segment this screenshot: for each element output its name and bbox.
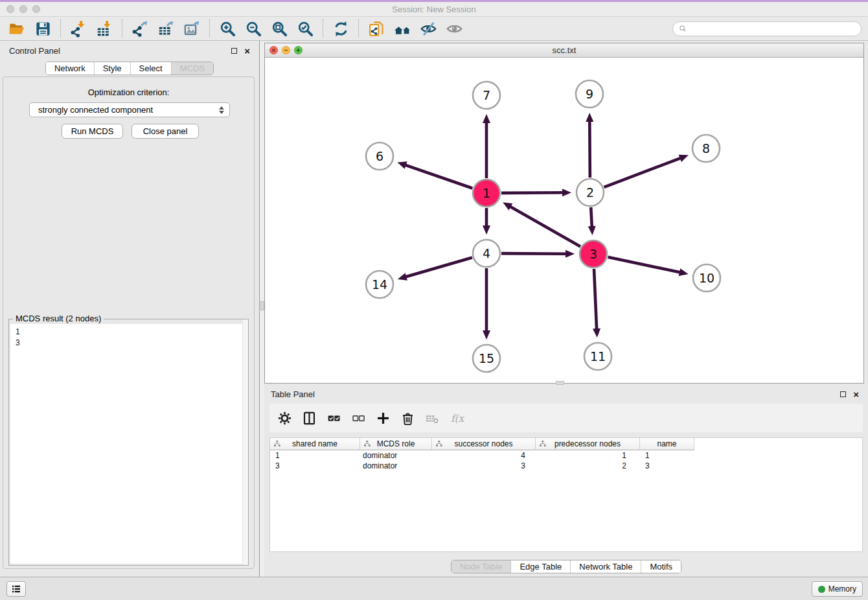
toolbar-separator	[358, 19, 359, 38]
table-cell[interactable]: dominator	[360, 450, 432, 461]
column-header-successor-nodes[interactable]: successor nodes	[432, 438, 536, 450]
graph-node-9[interactable]: 9	[576, 80, 603, 108]
edge-1-7[interactable]	[483, 114, 490, 178]
run-mcds-button[interactable]: Run MCDS	[62, 124, 123, 139]
mcds-result-list[interactable]: 13	[10, 324, 247, 564]
import-network-button[interactable]	[65, 18, 91, 39]
table-cell[interactable]: 1	[536, 450, 640, 461]
tab-network[interactable]: Network	[46, 62, 94, 75]
graph-node-3[interactable]: 3	[580, 240, 607, 268]
table-row[interactable]: 3dominator323	[270, 461, 862, 471]
search-input[interactable]	[690, 24, 856, 34]
tab-motifs[interactable]: Motifs	[641, 560, 681, 573]
table-cell[interactable]: 3	[640, 461, 694, 471]
zoom-in-button[interactable]	[214, 18, 240, 39]
graph-node-2[interactable]: 2	[577, 179, 604, 206]
save-session-button[interactable]	[30, 18, 56, 39]
unselect-all-button[interactable]	[346, 406, 371, 430]
graph-node-4[interactable]: 4	[473, 240, 500, 267]
edge-3-11[interactable]	[593, 269, 600, 338]
table-cell[interactable]: 3	[432, 461, 536, 471]
tab-network-table[interactable]: Network Table	[570, 560, 641, 573]
graph-node-7[interactable]: 7	[473, 82, 500, 109]
export-image-button[interactable]	[179, 18, 205, 39]
tab-select[interactable]: Select	[130, 62, 171, 75]
close-table-panel-icon[interactable]: ×	[853, 389, 859, 399]
edge-4-14[interactable]	[398, 257, 472, 280]
node-label: 11	[590, 349, 606, 363]
table-cell[interactable]: 3	[270, 461, 360, 471]
edge-4-3[interactable]	[501, 250, 575, 258]
table-cell[interactable]: 1	[640, 450, 694, 461]
table-cell[interactable]: dominator	[360, 461, 432, 471]
edge-1-4[interactable]	[483, 208, 490, 235]
edge-1-6[interactable]	[397, 161, 472, 188]
column-header-label: name	[657, 439, 676, 448]
open-session-button[interactable]	[4, 18, 30, 39]
refresh-layout-button[interactable]	[328, 18, 354, 39]
edge-2-3[interactable]	[588, 207, 596, 235]
edge-3-10[interactable]	[608, 257, 689, 276]
close-panel-button[interactable]: Close panel	[131, 124, 199, 139]
first-neighbors-button[interactable]	[389, 18, 415, 39]
export-table-button[interactable]	[153, 18, 179, 39]
graph-node-10[interactable]: 10	[693, 264, 720, 292]
edge-2-8[interactable]	[604, 155, 689, 187]
criterion-dropdown[interactable]: strongly connected component	[29, 102, 230, 117]
graph-node-15[interactable]: 15	[473, 345, 500, 372]
create-column-button[interactable]	[371, 406, 395, 430]
table-row[interactable]: 1dominator411	[270, 450, 862, 461]
hide-selected-button[interactable]	[415, 18, 441, 39]
column-header-label: successor nodes	[454, 439, 512, 448]
network-canvas[interactable]: 7968124314101511	[265, 58, 863, 383]
memory-button[interactable]: Memory	[812, 581, 863, 597]
graph-node-1[interactable]: 1	[473, 179, 500, 207]
horizontal-splitter-handle[interactable]	[556, 381, 564, 385]
table-cell[interactable]: 1	[270, 450, 360, 461]
result-scrollbar[interactable]	[242, 319, 248, 565]
graph-node-14[interactable]: 14	[366, 271, 393, 298]
network-window-titlebar[interactable]: scc.txt	[265, 43, 863, 58]
float-table-panel-icon[interactable]	[840, 391, 846, 397]
close-panel-icon[interactable]: ×	[244, 46, 250, 56]
graph-node-11[interactable]: 11	[584, 343, 611, 370]
delete-columns-button[interactable]	[395, 406, 420, 430]
export-network-button[interactable]	[127, 18, 153, 39]
tab-mcds[interactable]: MCDS	[171, 62, 213, 75]
table-header-row: shared nameMCDS rolesuccessor nodesprede…	[270, 438, 862, 450]
arrowhead-icon	[398, 273, 407, 281]
toolbar-separator	[122, 19, 122, 38]
float-panel-icon[interactable]	[231, 48, 237, 54]
import-table-button[interactable]	[91, 18, 117, 39]
delete-table-button	[420, 406, 444, 430]
graph-node-6[interactable]: 6	[366, 143, 393, 170]
export-table-icon	[157, 20, 175, 38]
column-header-mcds-role[interactable]: MCDS role	[360, 438, 432, 450]
table-mode-button[interactable]	[272, 406, 297, 430]
show-columns-button[interactable]	[297, 406, 321, 430]
select-all-button[interactable]	[321, 406, 346, 430]
column-header-name[interactable]: name	[640, 438, 694, 450]
graph-node-8[interactable]: 8	[692, 135, 720, 162]
edge-2-9[interactable]	[586, 113, 593, 178]
edge-4-15[interactable]	[483, 268, 490, 340]
new-network-from-selection-button[interactable]	[363, 18, 389, 39]
edge-1-2[interactable]	[501, 189, 571, 196]
zoom-out-button[interactable]	[240, 18, 266, 39]
zoom-fit-button[interactable]	[266, 18, 292, 39]
table-cell[interactable]: 4	[432, 450, 536, 461]
arrowhead-icon	[562, 189, 571, 196]
tab-edge-table[interactable]: Edge Table	[510, 560, 570, 573]
table-cell[interactable]: 2	[536, 461, 640, 471]
arrowhead-icon	[593, 329, 600, 338]
zoom-selected-button[interactable]	[292, 18, 318, 39]
edge-3-1[interactable]	[503, 202, 580, 246]
task-history-button[interactable]	[6, 581, 26, 597]
vertical-splitter[interactable]	[259, 41, 264, 577]
tab-style[interactable]: Style	[94, 62, 130, 75]
search-field[interactable]	[672, 21, 862, 36]
show-all-button[interactable]	[441, 18, 467, 39]
tab-node-table[interactable]: Node Table	[451, 560, 511, 573]
column-header-predecessor-nodes[interactable]: predecessor nodes	[536, 438, 640, 450]
column-header-shared-name[interactable]: shared name	[270, 438, 360, 450]
